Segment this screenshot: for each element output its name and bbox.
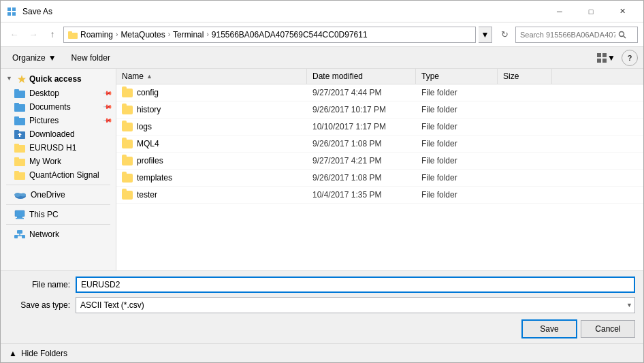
file-size-cell — [498, 108, 552, 111]
sidebar-item-onedrive[interactable]: OneDrive — [1, 188, 116, 202]
view-button[interactable]: ▼ — [593, 50, 619, 66]
file-name-cell: logs — [116, 121, 307, 133]
svg-rect-25 — [14, 157, 19, 161]
address-dropdown[interactable]: ▼ — [479, 27, 492, 43]
folder-icon — [122, 174, 133, 183]
close-button[interactable]: ✕ — [607, 1, 638, 22]
file-date-cell: 9/26/2017 10:17 PM — [307, 104, 416, 116]
file-name-cell: MQL4 — [116, 138, 307, 150]
pin-icon: 📌 — [103, 116, 113, 126]
column-header-type[interactable]: Type — [416, 69, 498, 84]
organize-button[interactable]: Organize ▼ — [6, 50, 63, 66]
file-list-container: Name ▲ Date modified Type Size config — [116, 69, 643, 270]
table-row[interactable]: templates 9/26/2017 1:08 PM File folder — [116, 170, 643, 187]
window-controls: ─ □ ✕ — [544, 1, 638, 22]
sidebar-item-mywork[interactable]: My Work — [1, 155, 116, 168]
svg-rect-18 — [14, 116, 19, 120]
svg-rect-27 — [14, 171, 19, 174]
svg-rect-3 — [12, 12, 16, 16]
table-row[interactable]: MQL4 9/26/2017 1:08 PM File folder — [116, 136, 643, 153]
help-button[interactable]: ? — [622, 50, 638, 66]
column-header-date[interactable]: Date modified — [307, 69, 416, 84]
file-date-cell: 9/27/2017 4:44 PM — [307, 86, 416, 99]
sidebar-item-pictures[interactable]: Pictures 📌 — [1, 114, 116, 127]
file-name-cell: tester — [116, 189, 307, 201]
file-date-cell: 10/4/2017 1:35 PM — [307, 189, 416, 201]
table-row[interactable]: logs 10/10/2017 1:17 PM File folder — [116, 119, 643, 136]
file-list-header: Name ▲ Date modified Type Size — [116, 69, 643, 84]
sidebar-item-network[interactable]: Network — [1, 227, 116, 241]
svg-rect-2 — [7, 12, 11, 16]
save-button[interactable]: Save — [522, 320, 577, 338]
sidebar-item-downloaded[interactable]: Downloaded — [1, 127, 116, 141]
main-content: ▼ Quick access Desktop 📌 — [1, 69, 643, 270]
file-size-cell — [498, 125, 552, 128]
star-icon — [17, 74, 27, 84]
thispc-icon — [14, 210, 25, 219]
table-row[interactable]: tester 10/4/2017 1:35 PM File folder — [116, 187, 643, 204]
sidebar-item-documents[interactable]: Documents 📌 — [1, 100, 116, 114]
svg-rect-20 — [14, 130, 19, 133]
table-row[interactable]: history 9/26/2017 10:17 PM File folder — [116, 101, 643, 119]
hide-folders-button[interactable]: ▲ Hide Folders — [9, 349, 67, 358]
folder-icon — [14, 170, 25, 180]
folder-path-icon — [68, 30, 78, 40]
pin-icon: 📌 — [103, 102, 113, 112]
sidebar-item-eurusd[interactable]: EURUSD H1 — [1, 141, 116, 155]
filetype-row: Save as type: ASCII Text (*.csv) ▼ — [9, 297, 635, 313]
folder-icon — [122, 191, 133, 200]
sidebar-item-desktop[interactable]: Desktop 📌 — [1, 86, 116, 100]
file-name: config — [137, 88, 159, 97]
maximize-button[interactable]: □ — [575, 1, 607, 22]
file-name: tester — [137, 190, 157, 200]
title-bar: Save As ─ □ ✕ — [1, 1, 643, 22]
new-folder-button[interactable]: New folder — [65, 50, 116, 66]
cancel-button[interactable]: Cancel — [581, 320, 635, 338]
file-type-cell: File folder — [416, 86, 498, 99]
filetype-select[interactable]: ASCII Text (*.csv) — [76, 297, 635, 313]
svg-rect-5 — [68, 31, 72, 34]
file-name-cell: config — [116, 86, 307, 99]
pin-icon: 📌 — [103, 89, 113, 99]
pictures-folder-icon — [14, 116, 25, 125]
quick-access-header[interactable]: ▼ Quick access — [1, 72, 116, 86]
file-type-cell: File folder — [416, 189, 498, 201]
file-name: MQL4 — [137, 139, 159, 148]
sidebar-item-thispc[interactable]: This PC — [1, 208, 116, 221]
file-rows: config 9/27/2017 4:44 PM File folder his… — [116, 84, 643, 204]
column-header-size[interactable]: Size — [498, 69, 552, 84]
breadcrumb-part: MetaQuotes — [120, 30, 165, 40]
sidebar-divider — [6, 185, 110, 185]
search-icon — [618, 31, 626, 39]
forward-button[interactable]: → — [25, 27, 42, 43]
address-path[interactable]: Roaming › MetaQuotes › Terminal › 915566… — [63, 27, 476, 43]
folder-icon — [122, 106, 133, 114]
search-box[interactable] — [515, 27, 638, 43]
column-header-name[interactable]: Name ▲ — [116, 69, 307, 84]
breadcrumb-part: 915566BA06ADA407569C544CC0D97611 — [212, 30, 368, 40]
up-button[interactable]: ↑ — [44, 27, 61, 43]
back-button[interactable]: ← — [6, 27, 22, 43]
onedrive-icon — [14, 191, 27, 199]
table-row[interactable]: config 9/27/2017 4:44 PM File folder — [116, 84, 643, 101]
table-row[interactable]: profiles 9/27/2017 4:21 PM File folder — [116, 153, 643, 170]
file-type-cell: File folder — [416, 121, 498, 133]
svg-rect-0 — [7, 7, 11, 11]
bottom-section: File name: Save as type: ASCII Text (*.c… — [1, 270, 643, 343]
search-input[interactable] — [520, 31, 615, 39]
minimize-button[interactable]: ─ — [544, 1, 575, 22]
breadcrumb-part: Terminal — [173, 30, 204, 40]
chevron-down-icon: ▼ — [6, 75, 14, 83]
filename-input[interactable] — [76, 277, 635, 293]
filetype-select-wrapper: ASCII Text (*.csv) ▼ — [76, 297, 635, 313]
svg-line-7 — [624, 36, 626, 38]
file-type-cell: File folder — [416, 138, 498, 150]
svg-rect-23 — [14, 144, 19, 147]
folder-icon — [122, 123, 133, 131]
file-size-cell — [498, 91, 552, 94]
refresh-button[interactable]: ↻ — [496, 27, 513, 43]
file-name-cell: profiles — [116, 155, 307, 167]
sidebar: ▼ Quick access Desktop 📌 — [1, 69, 116, 270]
file-size-cell — [498, 176, 552, 179]
sidebar-item-quantaction[interactable]: QuantAction Signal — [1, 168, 116, 182]
